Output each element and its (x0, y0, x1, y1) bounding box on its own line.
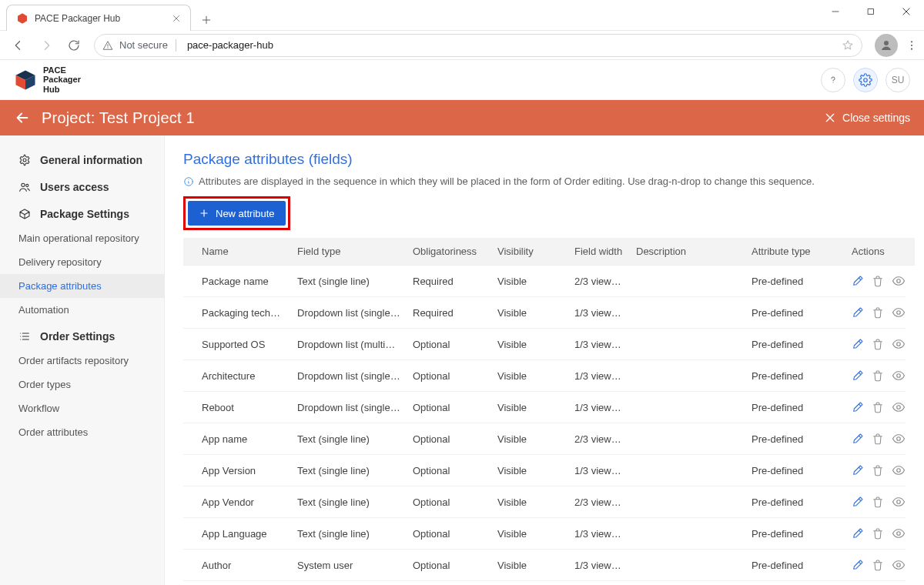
table-row[interactable]: Packaging technolo…Dropdown list (single… (183, 297, 906, 329)
delete-icon[interactable] (872, 401, 884, 413)
table-row[interactable]: AuthorSystem userOptionalVisible1/3 view… (183, 550, 906, 581)
view-icon[interactable] (892, 558, 906, 572)
col-attribute-type[interactable]: Attribute type (745, 238, 845, 266)
table-row[interactable]: App nameText (single line)OptionalVisibl… (183, 423, 906, 455)
delete-icon[interactable] (872, 559, 884, 571)
project-back-button[interactable] (14, 109, 31, 126)
cell-obligatoriness: Optional (407, 329, 491, 360)
edit-icon[interactable] (852, 275, 864, 287)
sidebar-item-2-1[interactable]: Delivery repository (0, 250, 164, 274)
table-row[interactable]: Supported OSDropdown list (multiple…Opti… (183, 329, 906, 360)
table-scroll[interactable]: Package nameText (single line)RequiredVi… (183, 266, 906, 585)
project-title: Project: Test Project 1 (42, 109, 195, 127)
view-icon[interactable] (892, 274, 906, 288)
nav-reload-button[interactable] (62, 33, 86, 58)
col-name[interactable]: Name (183, 238, 291, 266)
table-row[interactable]: Package nameText (single line)RequiredVi… (183, 266, 906, 297)
cell-name: App Vendor (183, 486, 291, 518)
nav-forward-button[interactable] (34, 33, 59, 58)
sidebar-item-3-2[interactable]: Workflow (0, 396, 164, 420)
col-field-type[interactable]: Field type (291, 238, 407, 266)
edit-icon[interactable] (852, 306, 864, 319)
view-icon[interactable] (892, 463, 906, 477)
delete-icon[interactable] (872, 306, 884, 319)
bookmark-star-icon[interactable] (842, 39, 854, 52)
view-icon[interactable] (892, 495, 906, 509)
col-visibility[interactable]: Visibility (491, 238, 568, 266)
sidebar-item-3-0[interactable]: Order artifacts repository (0, 349, 164, 373)
sidebar-item-2-3[interactable]: Automation (0, 298, 164, 322)
close-settings-button[interactable]: Close settings (824, 112, 910, 124)
window-close-button[interactable] (889, 0, 924, 23)
sidebar-group-1[interactable]: Users access (0, 173, 164, 199)
delete-icon[interactable] (872, 275, 884, 287)
edit-icon[interactable] (852, 496, 864, 508)
settings-button[interactable] (853, 68, 878, 92)
table-row[interactable]: Creation DateDate—Visible, Disabl…1/3 vi… (183, 581, 906, 586)
sidebar: General informationUsers accessPackage S… (0, 135, 165, 585)
edit-icon[interactable] (852, 338, 864, 350)
sidebar-group-0[interactable]: General information (0, 146, 164, 172)
sidebar-group-2[interactable]: Package Settings (0, 200, 164, 226)
edit-icon[interactable] (852, 464, 864, 476)
edit-icon[interactable] (852, 369, 864, 382)
new-tab-button[interactable] (196, 9, 217, 31)
window-maximize-button[interactable] (853, 0, 889, 23)
col-field-width[interactable]: Field width (568, 238, 630, 266)
user-badge[interactable]: SU (886, 68, 910, 92)
delete-icon[interactable] (872, 433, 884, 445)
view-icon[interactable] (892, 400, 906, 414)
brand[interactable]: PACE Packager Hub (14, 65, 81, 93)
view-icon[interactable] (892, 369, 906, 383)
table-row[interactable]: App VendorText (single line)OptionalVisi… (183, 486, 906, 518)
delete-icon[interactable] (872, 369, 884, 382)
sidebar-item-3-3[interactable]: Order attributes (0, 420, 164, 444)
svg-point-4 (911, 44, 912, 45)
view-icon[interactable] (892, 526, 906, 540)
col-description[interactable]: Description (630, 238, 745, 266)
edit-icon[interactable] (852, 527, 864, 540)
cell-actions (845, 297, 906, 329)
sidebar-item-2-2[interactable]: Package attributes (0, 274, 164, 298)
edit-icon[interactable] (852, 433, 864, 445)
nav-back-button[interactable] (6, 33, 31, 58)
cell-type: Text (single line) (291, 486, 407, 518)
table-row[interactable]: App LanguageText (single line)OptionalVi… (183, 518, 906, 550)
view-icon[interactable] (892, 306, 906, 319)
cell-description (630, 581, 745, 586)
view-icon[interactable] (892, 337, 906, 351)
browser-tab[interactable]: PACE Packager Hub (6, 5, 191, 31)
delete-icon[interactable] (872, 338, 884, 350)
sidebar-item-3-1[interactable]: Order types (0, 373, 164, 396)
help-button[interactable] (821, 68, 845, 92)
table-row[interactable]: App VersionText (single line)OptionalVis… (183, 455, 906, 486)
cell-width: 1/3 view … (568, 392, 630, 423)
cell-attribute-type: Pre-defined (745, 581, 845, 586)
sidebar-group-3[interactable]: Order Settings (0, 323, 164, 349)
cell-actions (845, 455, 906, 486)
tab-close-icon[interactable] (172, 14, 181, 23)
table-row[interactable]: ArchitectureDropdown list (single c…Opti… (183, 360, 906, 392)
cell-description (630, 550, 745, 581)
cell-description (630, 423, 745, 455)
delete-icon[interactable] (872, 464, 884, 476)
delete-icon[interactable] (872, 496, 884, 508)
delete-icon[interactable] (872, 527, 884, 540)
address-bar[interactable]: Not secure pace-packager-hub (94, 34, 862, 57)
content: Package attributes (fields) Attributes a… (165, 135, 924, 585)
edit-icon[interactable] (852, 559, 864, 571)
new-attribute-button[interactable]: New attribute (188, 201, 286, 226)
col-obligatoriness[interactable]: Obligatoriness (407, 238, 491, 266)
cell-name: Supported OS (183, 329, 291, 360)
kebab-menu-icon[interactable] (906, 39, 918, 52)
window-controls (818, 0, 924, 23)
edit-icon[interactable] (852, 401, 864, 413)
cell-actions (845, 360, 906, 392)
window-minimize-button[interactable] (818, 0, 853, 23)
list-icon (18, 330, 31, 343)
sidebar-item-2-0[interactable]: Main operational repository (0, 226, 164, 250)
brand-cube-icon (14, 69, 37, 92)
table-row[interactable]: RebootDropdown list (single c…OptionalVi… (183, 392, 906, 423)
view-icon[interactable] (892, 432, 906, 446)
profile-avatar-icon[interactable] (875, 34, 898, 57)
